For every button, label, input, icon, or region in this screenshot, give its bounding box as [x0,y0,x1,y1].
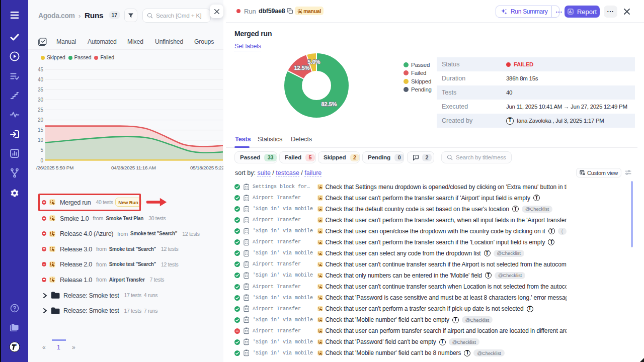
svg-text:04/28/2025 11:16 AM: 04/28/2025 11:16 AM [111,165,156,170]
svg-text:5.0%: 5.0% [307,59,320,65]
svg-text:15: 15 [38,127,44,133]
svg-text:05/18/2025 5:22: 05/18/2025 5:22 [190,165,224,170]
svg-text:35: 35 [38,87,44,93]
svg-text:40: 40 [38,77,44,82]
svg-text:10: 10 [38,137,44,143]
svg-text:82.5%: 82.5% [321,101,337,107]
svg-text:12.5%: 12.5% [294,65,309,71]
svg-text:0: 0 [40,158,43,163]
svg-text:25: 25 [38,107,44,113]
svg-text:45: 45 [38,67,44,72]
svg-text:/26/2025 5:50 PM: /26/2025 5:50 PM [36,165,73,170]
svg-text:20: 20 [38,117,44,123]
svg-text:30: 30 [38,97,44,103]
svg-text:5: 5 [40,147,43,153]
